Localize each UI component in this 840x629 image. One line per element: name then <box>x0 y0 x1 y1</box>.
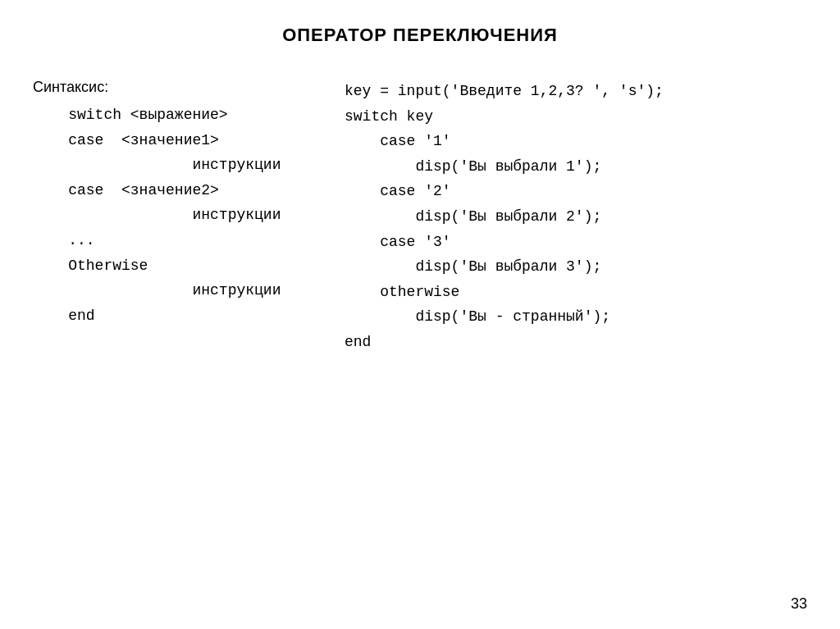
main-content: Синтаксис: switch <выражение> case <знач… <box>33 79 807 355</box>
page: ОПЕРАТОР ПЕРЕКЛЮЧЕНИЯ Синтаксис: switch … <box>0 0 840 629</box>
syntax-label: Синтаксис: <box>33 79 295 96</box>
right-code-block: key = input('Введите 1,2,3? ', 's'); swi… <box>345 79 807 355</box>
right-column: key = input('Введите 1,2,3? ', 's'); swi… <box>345 79 807 355</box>
page-title: ОПЕРАТОР ПЕРЕКЛЮЧЕНИЯ <box>33 25 807 46</box>
left-column: Синтаксис: switch <выражение> case <знач… <box>33 79 295 328</box>
left-code-block: switch <выражение> case <значение1> инст… <box>33 103 295 328</box>
page-number: 33 <box>791 595 807 613</box>
